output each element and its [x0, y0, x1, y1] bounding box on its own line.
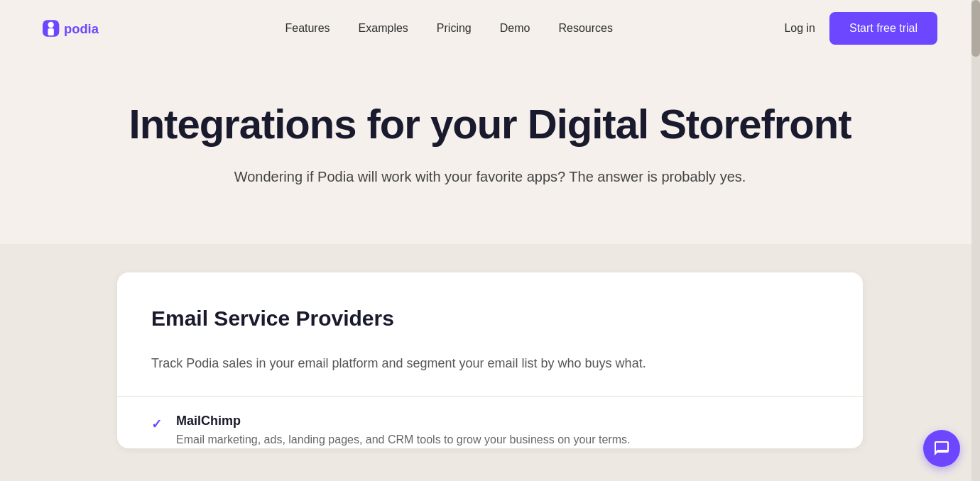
card-description: Track Podia sales in your email platform… [151, 353, 829, 374]
nav-item-examples[interactable]: Examples [359, 22, 408, 35]
integration-description: Email marketing, ads, landing pages, and… [176, 431, 829, 448]
svg-rect-2 [48, 28, 54, 35]
nav-link-features[interactable]: Features [285, 22, 330, 34]
scrollbar[interactable] [971, 0, 980, 481]
scrollbar-thumb[interactable] [971, 0, 980, 57]
integration-content: MailChimp Email marketing, ads, landing … [176, 414, 829, 448]
nav-link-demo[interactable]: Demo [500, 22, 530, 34]
mailchimp-integration: ✓ MailChimp Email marketing, ads, landin… [151, 397, 829, 448]
svg-point-1 [48, 22, 54, 28]
nav-menu: Features Examples Pricing Demo Resources [285, 22, 612, 35]
content-section: Email Service Providers Track Podia sale… [0, 244, 980, 481]
log-in-link[interactable]: Log in [784, 22, 815, 35]
integration-name: MailChimp [176, 414, 829, 429]
chat-bubble-button[interactable] [923, 430, 960, 467]
nav-link-examples[interactable]: Examples [359, 22, 408, 34]
navbar: podia Features Examples Pricing Demo Res… [0, 0, 980, 57]
logo[interactable]: podia [43, 16, 114, 41]
nav-link-pricing[interactable]: Pricing [437, 22, 472, 34]
podia-logo-svg: podia [43, 16, 114, 41]
chat-icon [933, 440, 950, 457]
card-title: Email Service Providers [151, 306, 829, 331]
nav-item-features[interactable]: Features [285, 22, 330, 35]
check-icon: ✓ [151, 416, 162, 432]
hero-title: Integrations for your Digital Storefront [14, 99, 966, 149]
nav-link-resources[interactable]: Resources [558, 22, 612, 34]
svg-text:podia: podia [64, 21, 99, 36]
email-providers-card: Email Service Providers Track Podia sale… [117, 272, 863, 449]
hero-subtitle: Wondering if Podia will work with your f… [14, 166, 966, 187]
hero-section: Integrations for your Digital Storefront… [0, 57, 980, 244]
nav-item-resources[interactable]: Resources [558, 22, 612, 35]
nav-item-pricing[interactable]: Pricing [437, 22, 472, 35]
nav-item-demo[interactable]: Demo [500, 22, 530, 35]
start-trial-button[interactable]: Start free trial [829, 12, 937, 45]
navbar-actions: Log in Start free trial [784, 12, 937, 45]
